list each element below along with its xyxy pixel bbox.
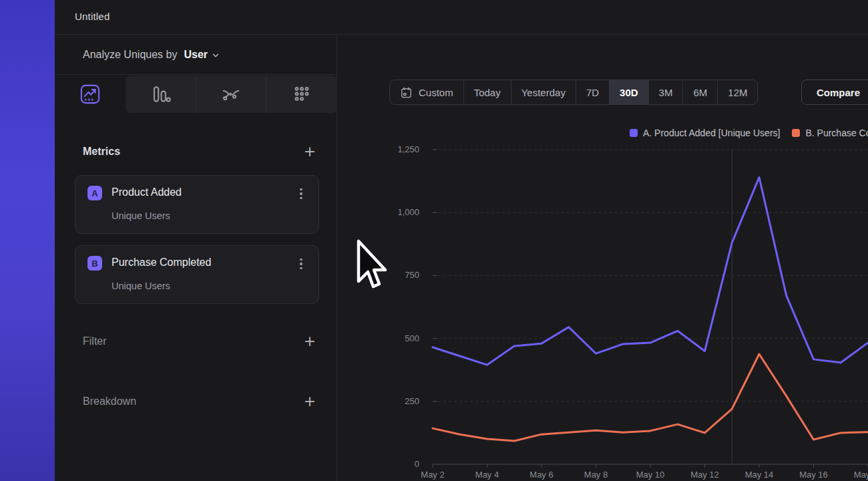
- legend-label-a: A. Product Added [Unique Users]: [643, 128, 780, 138]
- query-sidebar: Analyze Uniques by User: [55, 35, 337, 481]
- range-button-6m[interactable]: 6M: [683, 80, 718, 104]
- metric-badge-a: A: [87, 186, 102, 200]
- series-line-purchase-completed[interactable]: [433, 354, 868, 441]
- x-tick-label: May 14: [745, 470, 774, 480]
- y-tick-label: 1,000: [397, 207, 419, 217]
- metric-measurement[interactable]: Unique Users: [112, 281, 170, 291]
- series-line-product-added[interactable]: [433, 177, 868, 365]
- range-button-label: 30D: [620, 87, 638, 98]
- y-tick-label: 250: [405, 396, 419, 406]
- range-button-custom[interactable]: Custom: [390, 80, 464, 104]
- metric-card-product-added[interactable]: A Product Added Unique Users: [75, 175, 319, 234]
- legend-item-b: B. Purchase Completed [Unique Users]: [792, 128, 868, 138]
- add-filter-button[interactable]: +: [300, 332, 319, 351]
- tab-line-chart[interactable]: [55, 75, 125, 113]
- legend-swatch-a: [630, 129, 638, 137]
- range-button-30d[interactable]: 30D: [610, 80, 649, 104]
- add-breakdown-button[interactable]: +: [300, 392, 319, 411]
- range-button-label: 12M: [728, 87, 747, 98]
- range-button-yesterday[interactable]: Yesterday: [511, 80, 576, 104]
- metric-options-button[interactable]: [293, 255, 309, 273]
- range-button-12m[interactable]: 12M: [718, 80, 757, 104]
- flows-icon: [221, 84, 241, 104]
- window-background-gradient: [0, 0, 55, 481]
- range-button-label: Custom: [419, 87, 453, 98]
- metric-name: Purchase Completed: [112, 257, 211, 269]
- metric-badge-b: B: [87, 256, 102, 271]
- line-chart[interactable]: 02505007501,0001,250May 2May 4May 6May 8…: [337, 140, 868, 481]
- range-button-label: Today: [474, 87, 501, 98]
- x-tick-label: May 6: [529, 470, 553, 480]
- x-tick-label: May 12: [690, 470, 719, 480]
- metric-options-button[interactable]: [293, 185, 309, 202]
- legend-item-a: A. Product Added [Unique Users]: [630, 128, 780, 138]
- chart-legend: A. Product Added [Unique Users] B. Purch…: [630, 128, 868, 138]
- analyze-by-value: User: [184, 49, 208, 61]
- x-tick-label: May 2: [421, 470, 444, 480]
- x-tick-label: May 18: [854, 470, 868, 480]
- metric-card-purchase-completed[interactable]: B Purchase Completed Unique Users: [75, 245, 319, 304]
- tab-flows[interactable]: [196, 75, 266, 113]
- metrics-section-header: Metrics +: [75, 142, 319, 161]
- range-button-today[interactable]: Today: [464, 80, 511, 104]
- range-button-3m[interactable]: 3M: [649, 80, 684, 104]
- y-tick-label: 0: [415, 459, 419, 469]
- y-tick-label: 1,250: [397, 144, 419, 154]
- line-chart-icon: [80, 84, 100, 104]
- range-button-label: 3M: [659, 87, 673, 98]
- legend-swatch-b: [792, 129, 800, 137]
- x-tick-label: May 8: [584, 470, 608, 480]
- filter-section-header: Filter +: [75, 332, 319, 351]
- y-tick-label: 750: [405, 270, 419, 280]
- analyze-by-row: Analyze Uniques by User: [55, 35, 337, 75]
- range-button-label: 6M: [693, 87, 707, 98]
- x-tick-label: May 16: [799, 470, 828, 480]
- analyze-by-dropdown[interactable]: User: [184, 49, 220, 61]
- range-button-7d[interactable]: 7D: [576, 80, 610, 104]
- compare-button[interactable]: Compare: [801, 79, 868, 105]
- breakdown-section-header: Breakdown +: [75, 392, 319, 411]
- tab-retention-grid[interactable]: [266, 75, 337, 113]
- chevron-down-icon: [211, 51, 220, 60]
- x-tick-label: May 4: [475, 470, 499, 480]
- range-button-label: Yesterday: [521, 87, 566, 98]
- grid-dots-icon: [292, 84, 312, 104]
- metric-measurement[interactable]: Unique Users: [112, 210, 170, 221]
- metric-name: Product Added: [112, 186, 182, 198]
- filter-title: Filter: [75, 335, 107, 347]
- add-metric-button[interactable]: +: [300, 142, 319, 161]
- analyze-by-label: Analyze Uniques by: [83, 49, 177, 61]
- calendar-icon: [400, 86, 413, 99]
- date-range-selector: CustomTodayYesterday7D30D3M6M12M: [389, 79, 758, 105]
- top-header: Untitled: [55, 0, 868, 35]
- page-title: Untitled: [75, 11, 110, 22]
- analytics-app: { "colors": { "accent": "#7968f6", "seri…: [0, 0, 868, 481]
- range-button-label: 7D: [586, 87, 599, 98]
- bar-chart-icon: [151, 84, 171, 104]
- tab-bar-chart[interactable]: [126, 75, 196, 113]
- legend-label-b: B. Purchase Completed [Unique Users]: [805, 128, 868, 138]
- y-tick-label: 500: [405, 333, 419, 343]
- metrics-title: Metrics: [75, 146, 120, 158]
- chart-type-tabs: [55, 75, 337, 113]
- x-tick-label: May 10: [636, 470, 665, 480]
- breakdown-title: Breakdown: [75, 395, 136, 408]
